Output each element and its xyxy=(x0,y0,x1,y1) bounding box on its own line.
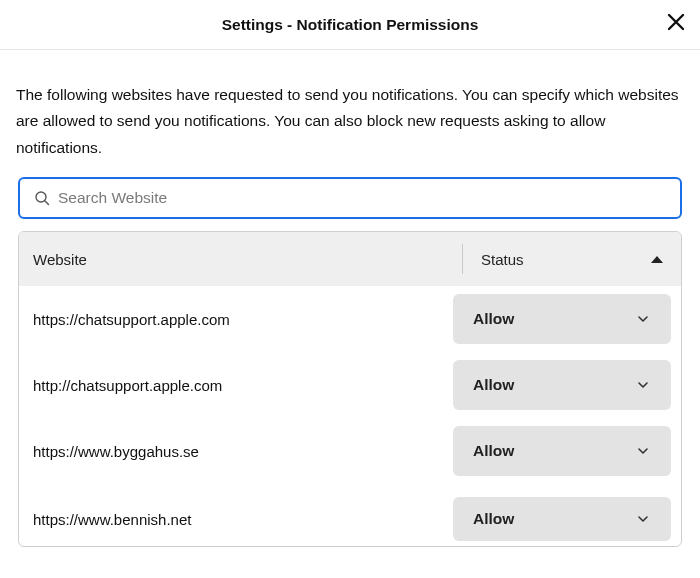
close-icon xyxy=(666,12,686,32)
close-button[interactable] xyxy=(664,10,688,34)
column-header-status-label: Status xyxy=(481,251,524,268)
website-cell: http://chatsupport.apple.com xyxy=(29,377,453,394)
table-body: https://chatsupport.apple.com Allow http… xyxy=(19,286,681,546)
page-title: Settings - Notification Permissions xyxy=(222,16,479,34)
status-dropdown[interactable]: Allow xyxy=(453,426,671,476)
column-header-website[interactable]: Website xyxy=(19,232,462,286)
status-value: Allow xyxy=(473,510,514,528)
description-text: The following websites have requested to… xyxy=(16,82,684,161)
status-value: Allow xyxy=(473,442,514,460)
table-row: https://www.byggahus.se Allow xyxy=(19,418,681,484)
column-header-website-label: Website xyxy=(33,251,87,268)
status-dropdown[interactable]: Allow xyxy=(453,360,671,410)
table-row: https://chatsupport.apple.com Allow xyxy=(19,286,681,352)
chevron-down-icon xyxy=(635,311,651,327)
sort-asc-icon xyxy=(651,256,663,263)
svg-point-0 xyxy=(36,192,46,202)
chevron-down-icon xyxy=(635,377,651,393)
website-cell: https://www.byggahus.se xyxy=(29,443,453,460)
search-icon xyxy=(34,190,50,206)
search-input[interactable] xyxy=(58,189,666,207)
status-value: Allow xyxy=(473,310,514,328)
table-row: http://chatsupport.apple.com Allow xyxy=(19,352,681,418)
svg-line-1 xyxy=(45,201,49,205)
permissions-table: Website Status https://chatsupport.apple… xyxy=(18,231,682,547)
chevron-down-icon xyxy=(635,511,651,527)
website-cell: https://www.bennish.net xyxy=(29,511,453,528)
status-dropdown[interactable]: Allow xyxy=(453,294,671,344)
status-value: Allow xyxy=(473,376,514,394)
column-header-status[interactable]: Status xyxy=(463,232,681,286)
website-cell: https://chatsupport.apple.com xyxy=(29,311,453,328)
chevron-down-icon xyxy=(635,443,651,459)
search-field[interactable] xyxy=(18,177,682,219)
status-dropdown[interactable]: Allow xyxy=(453,497,671,541)
table-header: Website Status xyxy=(19,232,681,286)
table-row: https://www.bennish.net Allow xyxy=(19,484,681,546)
